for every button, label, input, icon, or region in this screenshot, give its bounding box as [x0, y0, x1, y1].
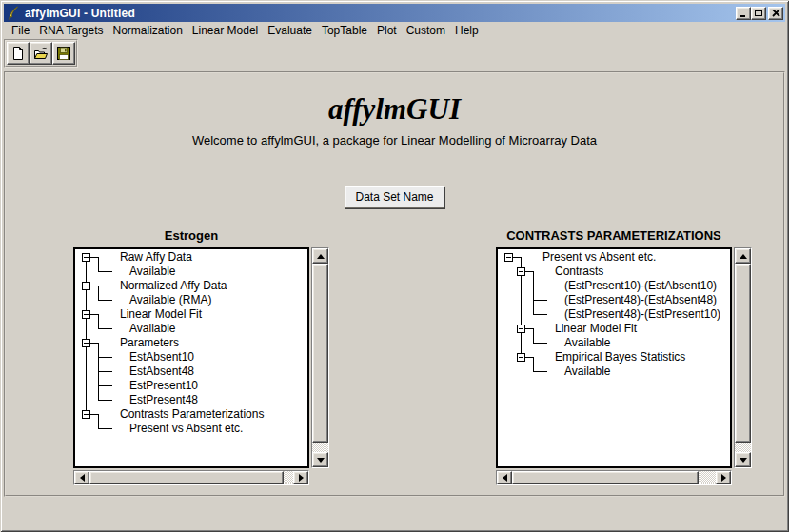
- menu-file[interactable]: File: [7, 23, 34, 38]
- horizontal-scroll-thumb[interactable]: [512, 471, 699, 484]
- new-file-icon: [10, 46, 26, 61]
- tree-leaf-label[interactable]: (EstPresent48)-(EstAbsent48): [564, 293, 717, 307]
- tree-node-label[interactable]: Parameters: [120, 336, 179, 350]
- tree-row[interactable]: Present vs Absent etc.: [500, 250, 730, 265]
- horizontal-scroll-thumb[interactable]: [89, 471, 284, 484]
- tree-row[interactable]: Contrasts: [500, 265, 730, 279]
- tk-feather-icon: [6, 6, 21, 21]
- tree-node-label[interactable]: Raw Affy Data: [120, 250, 192, 265]
- menu-evaluate[interactable]: Evaluate: [263, 23, 317, 38]
- dataset-button-row: Data Set Name: [6, 186, 783, 208]
- minimize-icon: [740, 15, 745, 17]
- tree-row[interactable]: EstAbsent10: [77, 350, 307, 365]
- tree-row[interactable]: EstAbsent48: [77, 365, 307, 379]
- tree-collapse-box[interactable]: [517, 325, 525, 333]
- tree-leaf-label[interactable]: Available: [129, 322, 175, 336]
- tree-row[interactable]: Normalized Affy Data: [77, 279, 307, 293]
- close-icon: [772, 10, 780, 17]
- menu-normalization[interactable]: Normalization: [108, 23, 187, 38]
- tree-node-label[interactable]: Linear Model Fit: [120, 307, 202, 322]
- scroll-down-button[interactable]: [312, 452, 328, 467]
- maximize-button[interactable]: [751, 7, 766, 20]
- tree-leaf-label[interactable]: (EstPresent48)-(EstPresent10): [564, 307, 720, 322]
- tree-leaf-label[interactable]: EstAbsent10: [129, 350, 194, 365]
- close-button[interactable]: [768, 7, 783, 20]
- scroll-left-button[interactable]: [497, 471, 512, 484]
- contrasts-horizontal-scrollbar[interactable]: [496, 470, 732, 485]
- tree-leaf-label[interactable]: EstPresent10: [129, 379, 198, 393]
- tree-row[interactable]: (EstPresent48)-(EstAbsent48): [500, 293, 730, 307]
- tree-node-label[interactable]: Empirical Bayes Statistics: [555, 350, 685, 365]
- tree-row[interactable]: Linear Model Fit: [500, 322, 730, 336]
- tree-row[interactable]: Available: [500, 365, 730, 379]
- data-set-name-button[interactable]: Data Set Name: [345, 186, 444, 208]
- estrogen-horizontal-scrollbar[interactable]: [73, 470, 309, 485]
- tree-leaf-label[interactable]: EstAbsent48: [129, 365, 194, 379]
- welcome-text: Welcome to affylmGUI, a package for Line…: [6, 133, 783, 148]
- tree-row[interactable]: Available: [77, 265, 307, 279]
- tree-leaf-label[interactable]: EstPresent48: [129, 393, 198, 407]
- tree-collapse-box[interactable]: [517, 353, 525, 362]
- tree-node-label[interactable]: Normalized Affy Data: [120, 279, 227, 293]
- minimize-button[interactable]: [736, 7, 751, 20]
- estrogen-tree-listbox[interactable]: Raw Affy DataAvailableNormalized Affy Da…: [73, 247, 309, 468]
- down-arrow-icon: [317, 458, 325, 463]
- tree-leaf-label[interactable]: Available: [564, 336, 610, 350]
- menu-help[interactable]: Help: [450, 23, 483, 38]
- tree-node-label[interactable]: Present vs Absent etc.: [542, 250, 656, 265]
- tree-collapse-box[interactable]: [82, 339, 90, 347]
- tree-row[interactable]: Raw Affy Data: [77, 250, 307, 265]
- tree-collapse-box[interactable]: [82, 410, 90, 419]
- tree-row[interactable]: (EstPresent10)-(EstAbsent10): [500, 279, 730, 293]
- tree-node-label[interactable]: Contrasts: [555, 265, 603, 279]
- tree-row[interactable]: Empirical Bayes Statistics: [500, 350, 730, 365]
- tree-row[interactable]: (EstPresent48)-(EstPresent10): [500, 307, 730, 322]
- menu-linear-model[interactable]: Linear Model: [187, 23, 263, 38]
- tree-collapse-box[interactable]: [82, 282, 90, 290]
- tree-row[interactable]: Available (RMA): [77, 293, 307, 307]
- scroll-right-button[interactable]: [293, 471, 308, 484]
- scroll-down-button[interactable]: [735, 452, 751, 467]
- estrogen-panel-title: Estrogen: [73, 227, 309, 247]
- menu-custom[interactable]: Custom: [402, 23, 450, 38]
- estrogen-vertical-scrollbar[interactable]: [311, 247, 329, 468]
- tree-collapse-box[interactable]: [82, 253, 90, 262]
- tree-row[interactable]: Linear Model Fit: [77, 307, 307, 322]
- tree-collapse-box[interactable]: [82, 310, 90, 319]
- scroll-up-button[interactable]: [312, 248, 328, 264]
- titlebar[interactable]: affylmGUI - Untitled: [4, 4, 785, 22]
- vertical-scroll-thumb[interactable]: [312, 264, 328, 443]
- tree-leaf-label[interactable]: Available: [129, 265, 175, 279]
- tree-leaf-label[interactable]: (EstPresent10)-(EstAbsent10): [564, 279, 717, 293]
- contrasts-tree-listbox[interactable]: Present vs Absent etc.Contrasts(EstPrese…: [496, 247, 732, 468]
- open-file-button[interactable]: [30, 42, 52, 65]
- tree-row[interactable]: EstPresent10: [77, 379, 307, 393]
- tree-leaf-label[interactable]: Present vs Absent etc.: [129, 422, 243, 436]
- scroll-up-button[interactable]: [735, 248, 751, 264]
- scroll-right-button[interactable]: [716, 471, 731, 484]
- tree-collapse-box[interactable]: [504, 253, 513, 262]
- tree-row[interactable]: Available: [77, 322, 307, 336]
- tree-node-label[interactable]: Contrasts Parameterizations: [120, 407, 264, 422]
- menu-rna-targets[interactable]: RNA Targets: [34, 23, 108, 38]
- window-title: affylmGUI - Untitled: [25, 7, 736, 20]
- tree-row[interactable]: EstPresent48: [77, 393, 307, 407]
- contrasts-vertical-scrollbar[interactable]: [734, 247, 752, 468]
- new-file-button[interactable]: [7, 42, 30, 65]
- tree-row[interactable]: Present vs Absent etc.: [77, 422, 307, 436]
- tree-row[interactable]: Contrasts Parameterizations: [77, 407, 307, 422]
- tree-node-label[interactable]: Linear Model Fit: [555, 322, 637, 336]
- tree-leaf-label[interactable]: Available (RMA): [129, 293, 211, 307]
- tree-row[interactable]: Available: [500, 336, 730, 350]
- menu-toptable[interactable]: TopTable: [317, 23, 372, 38]
- left-arrow-icon: [503, 474, 507, 482]
- save-file-button[interactable]: [52, 42, 75, 65]
- vertical-scroll-thumb[interactable]: [735, 264, 751, 443]
- scroll-left-button[interactable]: [74, 471, 89, 484]
- menu-plot[interactable]: Plot: [372, 23, 402, 38]
- menubar: File RNA Targets Normalization Linear Mo…: [4, 22, 785, 39]
- tree-row[interactable]: Parameters: [77, 336, 307, 350]
- contrasts-panel: CONTRASTS PARAMETERIZATIONS Present vs A…: [496, 227, 753, 485]
- tree-collapse-box[interactable]: [517, 267, 525, 276]
- tree-leaf-label[interactable]: Available: [564, 365, 610, 379]
